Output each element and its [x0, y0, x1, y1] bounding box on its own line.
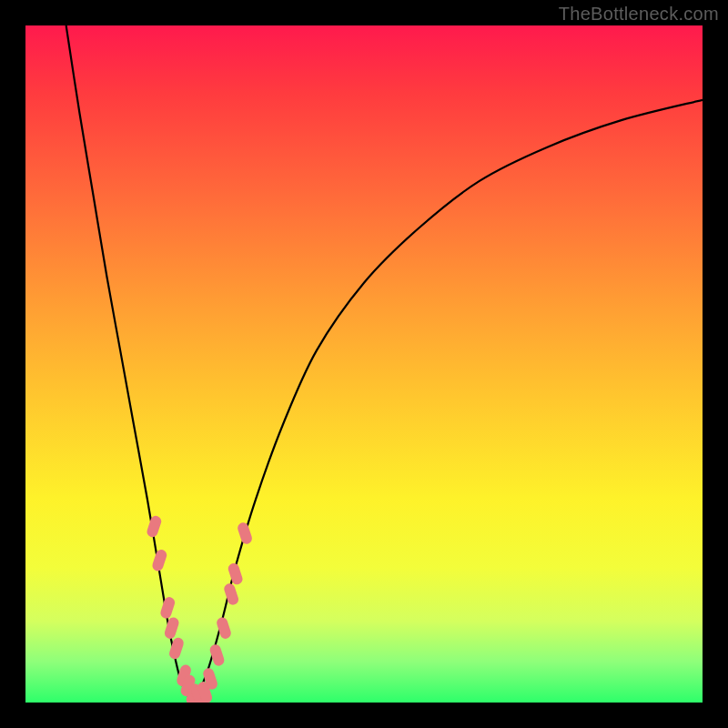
watermark-text: TheBottleneck.com — [559, 4, 719, 25]
plot-area — [25, 25, 703, 703]
marker — [208, 643, 226, 668]
marker — [151, 548, 168, 572]
marker — [227, 561, 244, 586]
marker — [159, 596, 177, 621]
curve-right — [195, 100, 703, 703]
marker-group — [146, 514, 254, 703]
marker — [163, 616, 180, 641]
marker — [237, 521, 254, 546]
outer-frame: TheBottleneck.com — [0, 0, 728, 728]
curve-left — [66, 25, 195, 703]
marker — [223, 582, 240, 607]
chart-svg — [25, 25, 703, 703]
marker — [146, 514, 163, 539]
